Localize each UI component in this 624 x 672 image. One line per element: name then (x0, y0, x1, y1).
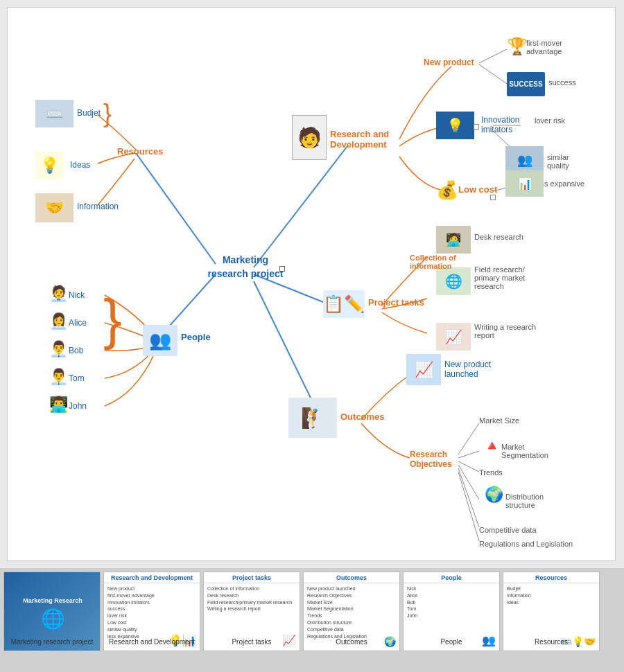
thumb-title-rd: Research and Development (104, 572, 200, 583)
node-nick[interactable]: Nick (69, 290, 85, 300)
thumb-card-people[interactable]: People NickAliceBobTomJohn 👥 People (403, 572, 500, 651)
node-ideas[interactable]: Ideas (70, 160, 90, 170)
icon-outcomes: 🧗 (288, 398, 337, 438)
node-desk-research[interactable]: Desk research (474, 233, 523, 241)
thumb-body-people: NickAliceBobTomJohn (404, 583, 499, 621)
icon-trophy: 🏆 (507, 37, 528, 56)
icon-bulb: 💡 (35, 152, 63, 179)
node-bob[interactable]: Bob (69, 346, 83, 355)
node-information[interactable]: Information (77, 202, 119, 211)
leaf-competitive: Competitive data (479, 526, 537, 534)
thumb-title-tasks: Project tasks (204, 572, 300, 583)
node-people[interactable]: People (181, 332, 211, 342)
icon-tom: 👨‍💼 (49, 368, 68, 386)
icon-coins: 💰 (436, 179, 458, 201)
leaf-lover-risk: lover risk (535, 116, 565, 125)
svg-line-10 (458, 423, 479, 454)
node-low-cost[interactable]: Low cost (458, 184, 497, 195)
thumb-title-people: People (404, 572, 499, 583)
mindmap: Marketingresearch project 🧑 Research and… (8, 8, 615, 560)
svg-line-14 (458, 468, 479, 527)
icon-keyboard: ⌨️ (35, 100, 73, 127)
svg-line-5 (479, 49, 507, 63)
icon-field-research: 🌐 (436, 267, 471, 295)
thumb-card-resources[interactable]: Resources BudjetInformationIdeas ⌨️💡🤝 Re… (503, 572, 600, 651)
node-budjet[interactable]: Budjet (77, 108, 101, 118)
node-innovation[interactable]: Innovationimitators (481, 115, 519, 134)
icon-john: 👨‍💻 (49, 396, 68, 414)
node-field-research[interactable]: Field research/primary marketresearch (474, 265, 525, 290)
icon-bob: 👨‍💼 (49, 340, 68, 358)
leaf-regulations: Regulations and Legislation (479, 540, 573, 548)
thumb-label-0: Marketing research project (3, 638, 101, 646)
icon-writing: 📈 (436, 323, 471, 351)
node-writing[interactable]: Writing a researchreport (474, 323, 536, 339)
thumb-body-outcomes: New product launchedResearch ObjectivesM… (304, 583, 399, 642)
svg-line-13 (458, 465, 479, 499)
leaf-trends: Trends (479, 468, 503, 477)
icon-innovation: 💡 (436, 112, 474, 139)
icon-nick: 🧑‍💼 (49, 285, 68, 303)
thumb-card-rd[interactable]: Research and Development New productfirs… (103, 572, 200, 651)
thumbnail-strip: Marketing Research 🌐 Marketing research … (0, 568, 624, 672)
thumb-label-3: Outcomes (303, 638, 400, 646)
node-launched[interactable]: New productlaunched (444, 360, 491, 379)
thumb-label-4: People (403, 638, 500, 646)
node-alice[interactable]: Alice (69, 318, 87, 328)
thumb-body-rd: New productfirst-mover advantageInnovati… (104, 583, 200, 642)
icon-launched: 📈 (406, 354, 441, 385)
icon-tasks: 📋✏️ (323, 290, 365, 318)
node-john[interactable]: John (69, 401, 87, 411)
icon-alice: 👩‍💼 (49, 312, 68, 330)
icon-less-expansive: 📊 (505, 170, 544, 197)
node-new-product[interactable]: New product (424, 58, 474, 67)
leaf-first-mover: first-moveradvantage (526, 39, 562, 55)
icon-world: 🌍 (485, 486, 503, 504)
leaf-market-seg: MarketSegmentation (501, 443, 548, 459)
svg-line-0 (254, 146, 347, 267)
thumb-body-tasks: Collection of informationDesk researchFi… (204, 583, 300, 614)
thumb-label-2: Project tasks (203, 638, 300, 646)
node-collection[interactable]: Collection ofinformation (410, 254, 456, 270)
svg-line-11 (458, 451, 479, 458)
thumb-label-1: Research and Development (103, 638, 200, 646)
main-canvas: Marketingresearch project 🧑 Research and… (7, 7, 616, 561)
node-research-obj[interactable]: ResearchObjectives (410, 450, 452, 469)
thumb-title-resources: Resources (503, 572, 599, 583)
thumb-main-label: Marketing Research (19, 594, 86, 608)
node-tom[interactable]: Tom (69, 373, 85, 383)
thumb-label-5: Resources (503, 638, 600, 646)
leaf-success: success (548, 78, 576, 87)
svg-line-6 (479, 64, 507, 84)
node-outcomes[interactable]: Outcomes (340, 412, 385, 422)
leaf-market-size: Market Size (479, 416, 519, 425)
icon-rd-person: 🧑 (292, 115, 327, 160)
svg-line-4 (136, 153, 216, 264)
icon-pyramid: 🔺 (483, 437, 501, 454)
thumb-body-resources: BudjetInformationIdeas (503, 583, 599, 608)
leaf-similar-quality: similarquality (547, 153, 569, 170)
svg-line-15 (458, 472, 479, 541)
node-resources[interactable]: Resources (117, 146, 163, 157)
icon-hand: 🤝 (35, 193, 73, 222)
icon-success: SUCCESS (507, 72, 545, 96)
node-project-tasks[interactable]: Project tasks (368, 297, 424, 308)
thumb-card-tasks[interactable]: Project tasks Collection of informationD… (203, 572, 300, 651)
svg-line-2 (254, 281, 320, 416)
leaf-distribution: Distributionstructure (505, 493, 544, 509)
icon-desk-research: 🧑‍💻 (436, 226, 471, 254)
svg-line-12 (458, 461, 479, 472)
icon-people: 👥 (143, 325, 177, 356)
center-node[interactable]: Marketingresearch project (200, 254, 291, 281)
thumb-card-outcomes[interactable]: Outcomes New product launchedResearch Ob… (303, 572, 400, 651)
thumb-card-marketing[interactable]: Marketing Research 🌐 Marketing research … (3, 572, 101, 651)
thumb-title-outcomes: Outcomes (304, 572, 399, 583)
icon-quality: 👥 (505, 146, 544, 174)
node-rd[interactable]: Research andDevelopment (330, 129, 389, 150)
